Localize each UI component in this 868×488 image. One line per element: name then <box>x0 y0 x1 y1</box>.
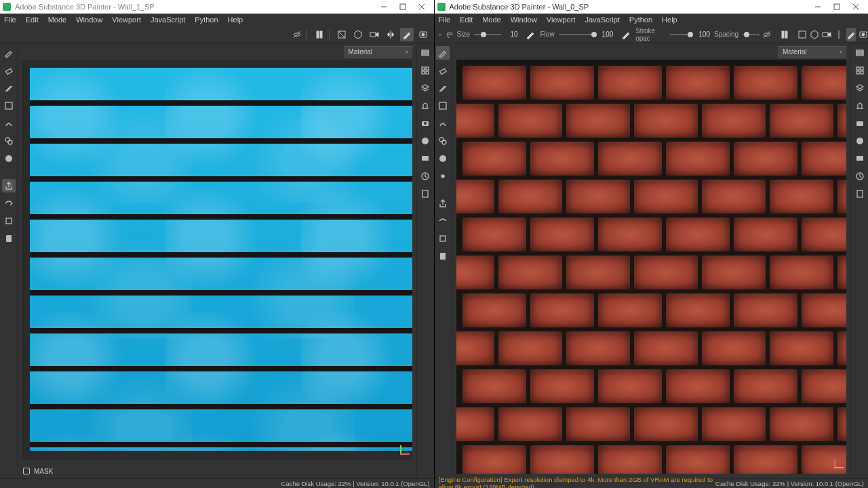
menu-mode[interactable]: Mode <box>482 16 501 24</box>
panel-log-icon[interactable] <box>853 187 867 201</box>
menu-python[interactable]: Python <box>195 16 218 24</box>
resource-icon[interactable] <box>436 249 450 263</box>
menu-window[interactable]: Window <box>76 16 102 24</box>
maximize-button[interactable] <box>393 0 412 14</box>
minimize-button[interactable] <box>374 0 393 14</box>
panel-substance-icon[interactable] <box>418 205 432 218</box>
export-icon[interactable] <box>436 197 450 210</box>
send-icon[interactable] <box>2 197 16 210</box>
material-tool-icon[interactable] <box>436 152 450 165</box>
panel-env-icon[interactable] <box>418 134 432 148</box>
pause-icon[interactable] <box>780 28 789 41</box>
panel-env-icon[interactable] <box>853 134 867 148</box>
symmetry-icon[interactable] <box>834 28 844 41</box>
paint-icon[interactable] <box>846 28 856 41</box>
menu-help[interactable]: Help <box>662 16 677 24</box>
menu-python[interactable]: Python <box>629 16 652 24</box>
svg-rect-58 <box>856 71 859 74</box>
panel-shelf-icon[interactable] <box>418 99 432 113</box>
svg-point-50 <box>439 155 446 162</box>
panel-props-icon[interactable] <box>853 81 867 95</box>
size-slider[interactable] <box>474 33 501 37</box>
opac-slider[interactable] <box>670 33 693 37</box>
particle-tool-icon[interactable] <box>436 169 450 183</box>
smudge-tool-icon[interactable] <box>2 117 16 130</box>
viewport-2d-right[interactable] <box>456 60 847 474</box>
svg-rect-1 <box>400 4 406 9</box>
channel-dropdown[interactable]: Material <box>778 46 846 58</box>
material-tool-icon[interactable] <box>2 152 16 165</box>
scroll-right-icon[interactable]: » <box>756 28 760 41</box>
menu-edit[interactable]: Edit <box>460 16 473 24</box>
clone-tool-icon[interactable] <box>436 134 450 148</box>
menu-help[interactable]: Help <box>228 16 243 24</box>
brush-tool-icon[interactable] <box>436 46 450 60</box>
pause-icon[interactable] <box>313 28 326 41</box>
hide-ui-icon[interactable] <box>762 28 772 41</box>
panel-substance-icon[interactable] <box>853 205 867 218</box>
baker-icon[interactable] <box>436 232 450 245</box>
brush-tool-icon[interactable] <box>2 46 16 60</box>
panel-layers-icon[interactable] <box>418 46 432 60</box>
flow-slider[interactable] <box>559 33 597 37</box>
cube-icon[interactable] <box>810 28 819 41</box>
size-link-icon[interactable] <box>525 28 536 41</box>
maximize-button[interactable] <box>827 0 846 14</box>
resource-icon[interactable] <box>2 232 16 245</box>
panel-texset-icon[interactable] <box>853 64 867 77</box>
menu-viewport[interactable]: Viewport <box>547 16 576 24</box>
polyfill-tool-icon[interactable] <box>2 99 16 113</box>
menu-viewport[interactable]: Viewport <box>112 16 141 24</box>
svg-rect-42 <box>823 33 828 37</box>
statusbar-right: [Engine Configuration] Export resolution… <box>435 478 869 488</box>
eraser-tool-icon[interactable] <box>2 64 16 77</box>
panel-log-icon[interactable] <box>418 187 432 201</box>
close-button[interactable] <box>846 0 865 14</box>
panel-texset-icon[interactable] <box>418 64 432 77</box>
persp-icon[interactable] <box>335 28 349 41</box>
menu-edit[interactable]: Edit <box>26 16 39 24</box>
viewport-2d-left[interactable] <box>22 60 412 460</box>
lasso-icon[interactable] <box>445 28 454 41</box>
polyfill-tool-icon[interactable] <box>436 99 450 113</box>
close-button[interactable] <box>412 0 431 14</box>
menu-javascript[interactable]: JavaScript <box>585 16 619 24</box>
panel-layers-icon[interactable] <box>853 46 867 60</box>
camera-icon[interactable] <box>822 28 831 41</box>
menu-window[interactable]: Window <box>511 16 537 24</box>
menu-file[interactable]: File <box>4 16 16 24</box>
projection-tool-icon[interactable] <box>436 81 450 95</box>
smudge-tool-icon[interactable] <box>436 117 450 130</box>
panel-history-icon[interactable] <box>418 169 432 183</box>
persp-icon[interactable] <box>797 28 807 41</box>
export-icon[interactable] <box>2 179 16 192</box>
camera-icon[interactable] <box>368 28 381 41</box>
paint-icon[interactable] <box>400 28 414 41</box>
symmetry-icon[interactable] <box>384 28 397 41</box>
scroll-left-icon[interactable]: « <box>439 28 442 41</box>
spacing-slider[interactable] <box>743 33 756 37</box>
hide-ui-icon[interactable] <box>290 28 304 41</box>
channel-dropdown[interactable]: Material <box>344 46 412 58</box>
panel-history-icon[interactable] <box>853 169 867 183</box>
menu-file[interactable]: File <box>439 16 451 24</box>
panel-display-icon[interactable] <box>853 152 867 165</box>
panel-display-icon[interactable] <box>418 152 432 165</box>
panel-bake-icon[interactable] <box>418 117 432 130</box>
panel-shelf-icon[interactable] <box>853 99 867 113</box>
send-icon[interactable] <box>436 214 450 228</box>
panel-bake-icon[interactable] <box>853 117 867 130</box>
toolbar-right: « Size 10 Flow 100 Stroke opac 100 Spaci… <box>435 26 869 43</box>
flow-link-icon[interactable] <box>620 28 631 41</box>
clone-tool-icon[interactable] <box>2 134 16 148</box>
baker-icon[interactable] <box>2 214 16 228</box>
menu-javascript[interactable]: JavaScript <box>151 16 185 24</box>
render-icon[interactable] <box>416 28 430 41</box>
menu-mode[interactable]: Mode <box>48 16 67 24</box>
render-icon[interactable] <box>859 28 868 41</box>
projection-tool-icon[interactable] <box>2 81 16 95</box>
minimize-button[interactable] <box>808 0 827 14</box>
cube-icon[interactable] <box>351 28 365 41</box>
panel-props-icon[interactable] <box>418 81 432 95</box>
eraser-tool-icon[interactable] <box>436 64 450 77</box>
